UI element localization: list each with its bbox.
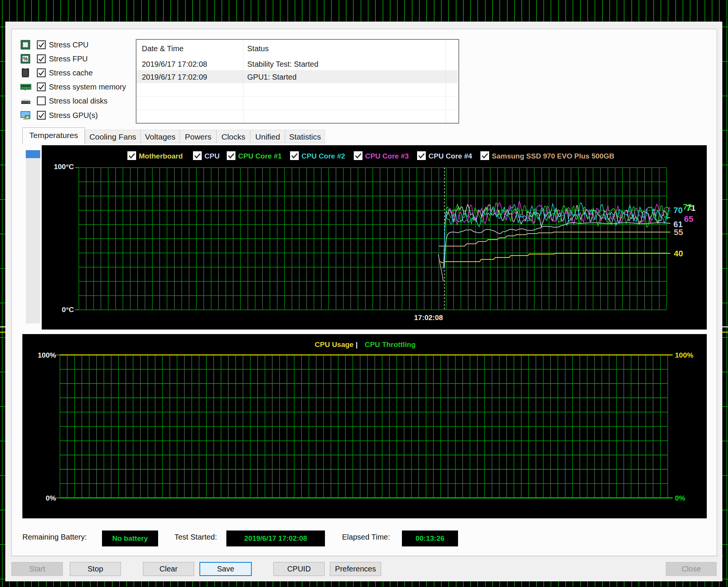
svg-text:65: 65 bbox=[684, 214, 693, 224]
svg-text:CPU Throttling: CPU Throttling bbox=[365, 341, 416, 348]
svg-text:CPU Core #3: CPU Core #3 bbox=[365, 152, 409, 160]
svg-text:17:02:08: 17:02:08 bbox=[414, 314, 443, 322]
svg-text:70: 70 bbox=[673, 206, 682, 215]
svg-text:100%: 100% bbox=[38, 351, 56, 359]
svg-text:0%: 0% bbox=[46, 494, 56, 502]
svg-text:100%: 100% bbox=[675, 351, 693, 359]
svg-text:%: % bbox=[23, 56, 28, 62]
svg-text:CPU: CPU bbox=[204, 152, 220, 160]
svg-text:CPU Core #4: CPU Core #4 bbox=[428, 152, 472, 160]
svg-text:72: 72 bbox=[683, 202, 692, 212]
svg-text:Samsung SSD 970 EVO Plus 500GB: Samsung SSD 970 EVO Plus 500GB bbox=[492, 152, 614, 160]
svg-text:CPU Core #2: CPU Core #2 bbox=[301, 152, 345, 160]
svg-text:|: | bbox=[356, 341, 358, 348]
svg-text:CPU Core #1: CPU Core #1 bbox=[238, 152, 282, 160]
svg-text:0%: 0% bbox=[675, 494, 686, 502]
svg-text:0°C: 0°C bbox=[62, 306, 74, 314]
svg-text:55: 55 bbox=[674, 228, 683, 237]
svg-text:40: 40 bbox=[674, 249, 683, 258]
svg-text:Motherboard: Motherboard bbox=[139, 152, 183, 160]
svg-text:CPU Usage: CPU Usage bbox=[315, 341, 353, 348]
svg-text:100°C: 100°C bbox=[54, 163, 74, 171]
